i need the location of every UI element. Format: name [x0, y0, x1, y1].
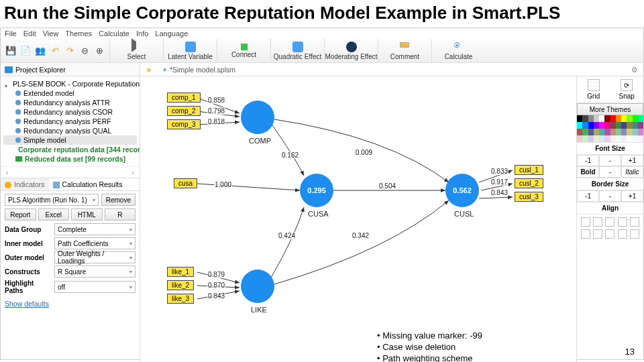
align-center-h-icon[interactable] — [593, 217, 602, 227]
zoom-in-icon[interactable]: ⊕ — [93, 45, 105, 57]
path-coef: 0.504 — [378, 182, 396, 190]
bold-button[interactable]: Bold — [577, 166, 599, 178]
tree-item[interactable]: Redundancy analysis ATTR — [3, 98, 137, 107]
tree-item-selected[interactable]: Simple model — [3, 135, 137, 145]
document-tab[interactable]: ✦ *Simple model.splsm — [158, 66, 239, 74]
label-constructs: Constructs — [5, 268, 52, 276]
favorite-icon[interactable]: ★ — [140, 66, 158, 74]
font-reset-button[interactable]: - — [599, 155, 621, 166]
more-themes-button[interactable]: More Themes — [577, 103, 643, 115]
save-icon[interactable]: 💾 — [5, 45, 17, 57]
tool-connect[interactable]: Connect — [217, 39, 270, 63]
excel-button[interactable]: Excel — [38, 208, 70, 221]
tree-item[interactable]: Redundancy analysis QUAL — [3, 126, 137, 135]
tree-item-data[interactable]: Reduced data set [99 records] — [3, 154, 137, 164]
grid-toggle[interactable]: Grid — [577, 76, 610, 103]
path-coef: 0.162 — [281, 152, 299, 159]
outermodel-select[interactable]: Outer Weights / Loadings▾ — [54, 251, 136, 263]
lv-like[interactable] — [241, 269, 274, 303]
indicator-cusl1[interactable]: cusl_1 — [515, 165, 543, 175]
report-button[interactable]: Report — [5, 208, 36, 221]
tab-indicators[interactable]: Indicators — [1, 178, 49, 190]
loading: 0.870 — [207, 282, 225, 289]
menu-file[interactable]: File — [5, 29, 17, 38]
app-window: File Edit View Themes Calculate Info Lan… — [0, 27, 644, 360]
html-button[interactable]: HTML — [71, 208, 103, 221]
tool-select[interactable]: Select — [109, 39, 163, 63]
new-icon[interactable]: 📄 — [19, 45, 32, 57]
label-datagroup: Data Group — [5, 226, 52, 233]
border-reset-button[interactable]: - — [599, 190, 621, 202]
datagroup-select[interactable]: Complete▾ — [54, 223, 136, 235]
indicator-cusa[interactable]: cusa — [174, 178, 197, 188]
menu-view[interactable]: View — [43, 29, 59, 38]
menu-themes[interactable]: Themes — [65, 29, 92, 38]
folder-icon — [5, 66, 13, 73]
r-button[interactable]: R — [105, 208, 136, 221]
align-left-icon[interactable] — [581, 217, 590, 227]
dist-v-icon[interactable] — [605, 229, 614, 239]
same-w-icon[interactable] — [618, 229, 627, 239]
align-top-icon[interactable] — [618, 217, 627, 227]
project-explorer-header: Project Explorer — [1, 63, 140, 76]
lv-comp[interactable] — [241, 101, 274, 134]
tree-item[interactable]: Redundancy analysis CSOR — [3, 107, 137, 117]
project-tree: PLS-SEM BOOK - Corporate Reputation Exte… — [1, 76, 140, 166]
remove-button[interactable]: Remove — [101, 194, 136, 206]
indicator-comp3[interactable]: comp_3 — [167, 119, 201, 129]
snap-toggle[interactable]: ⟳Snap — [610, 76, 644, 103]
label-highlight: Highlight Paths — [5, 280, 52, 294]
same-h-icon[interactable] — [630, 229, 639, 239]
align-right-icon[interactable] — [605, 217, 614, 227]
border-minus-button[interactable]: -1 — [577, 190, 599, 202]
menu-edit[interactable]: Edit — [23, 29, 36, 38]
redo-icon[interactable]: ↷ — [64, 45, 76, 57]
dist-h-icon[interactable] — [593, 229, 602, 239]
tree-root[interactable]: PLS-SEM BOOK - Corporate Reputation Exte… — [3, 79, 137, 88]
model-canvas[interactable]: comp_1 comp_2 comp_3 cusa like_1 like_2 … — [140, 76, 576, 362]
undo-icon[interactable]: ↶ — [49, 45, 61, 57]
indicator-cusl2[interactable]: cusl_2 — [515, 178, 543, 188]
scroll-left-icon[interactable]: ‹ — [6, 168, 9, 176]
show-defaults-link[interactable]: Show defaults — [5, 297, 136, 308]
indicator-like1[interactable]: like_1 — [167, 267, 194, 277]
menu-language[interactable]: Language — [155, 29, 188, 38]
zoom-out-icon[interactable]: ⊖ — [78, 45, 91, 57]
tool-comment[interactable]: Comment — [378, 39, 431, 63]
indicator-like3[interactable]: like_3 — [167, 294, 194, 304]
tool-latent[interactable]: Latent Variable — [163, 39, 217, 63]
tree-item[interactable]: Redundancy analysis PERF — [3, 117, 137, 126]
italic-button[interactable]: Italic — [621, 166, 643, 178]
indicator-like2[interactable]: like_2 — [167, 280, 194, 290]
loading: 0.818 — [207, 118, 225, 125]
lv-cusa[interactable]: 0.295 — [300, 174, 333, 207]
tab-calc-results[interactable]: Calculation Results — [49, 178, 127, 190]
menu-info[interactable]: Info — [136, 29, 148, 38]
slide-notes: Missing value marker: -99 Case wise dele… — [377, 330, 482, 362]
lv-cusl[interactable]: 0.562 — [445, 174, 479, 207]
font-minus-button[interactable]: -1 — [577, 155, 599, 166]
indicator-cusl3[interactable]: cusl_3 — [515, 192, 543, 202]
align-middle-icon[interactable] — [630, 217, 639, 227]
algorithm-select[interactable]: PLS Algorithm (Run No. 1)▾ — [5, 194, 99, 206]
font-plus-button[interactable]: +1 — [621, 155, 643, 166]
tree-item[interactable]: Extended model — [3, 88, 137, 98]
innermodel-select[interactable]: Path Coefficients▾ — [54, 237, 136, 249]
tool-calculate[interactable]: ⦿Calculate — [431, 39, 485, 63]
settings-icon[interactable]: ⚙ — [626, 66, 643, 74]
indicator-comp1[interactable]: comp_1 — [167, 93, 201, 103]
highlight-select[interactable]: off▾ — [54, 281, 136, 293]
tool-quadratic[interactable]: Quadratic Effect — [270, 39, 324, 63]
tool-moderating[interactable]: Moderating Effect — [324, 39, 378, 63]
loading: 0.843 — [207, 292, 225, 300]
constructs-select[interactable]: R Square▾ — [54, 265, 136, 278]
indicator-comp2[interactable]: comp_2 — [167, 106, 201, 116]
menu-calculate[interactable]: Calculate — [99, 29, 129, 38]
align-bottom-icon[interactable] — [581, 229, 590, 239]
border-plus-button[interactable]: +1 — [621, 190, 643, 202]
tree-item-data[interactable]: Corporate reputation data [344 records] — [3, 145, 137, 154]
people-icon[interactable]: 👥 — [34, 45, 46, 57]
color-palette[interactable] — [577, 115, 643, 142]
scroll-right-icon[interactable]: › — [132, 168, 135, 176]
style-reset-button[interactable]: - — [599, 166, 621, 178]
